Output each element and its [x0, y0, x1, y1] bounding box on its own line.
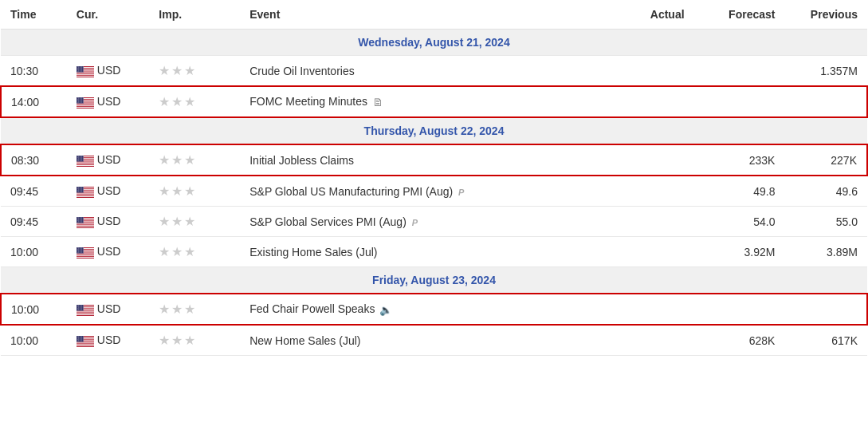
col-header-previous: Previous [784, 0, 867, 30]
table-row[interactable]: 10:00 ★★★★★★★★★★★★★★★★★★★★★★★★★★★★★★★★ U… [1, 325, 867, 356]
section-header-row: Wednesday, August 21, 2024 [1, 30, 867, 56]
event-actual [619, 56, 693, 87]
event-importance: ★★★ [149, 294, 240, 325]
table-row[interactable]: 09:45 ★★★★★★★★★★★★★★★★★★★★★★★★★★★★★★★★ U… [1, 176, 867, 207]
svg-rect-205 [77, 255, 94, 255]
svg-rect-6 [77, 75, 94, 76]
table-row[interactable]: 10:00 ★★★★★★★★★★★★★★★★★★★★★★★★★★★★★★★★ U… [1, 237, 867, 267]
svg-text:★: ★ [83, 191, 84, 191]
svg-rect-86 [77, 164, 94, 165]
svg-rect-4 [77, 72, 94, 73]
event-currency: ★★★★★★★★★★★★★★★★★★★★★★★★★★★★★★★★ USD [67, 294, 150, 325]
currency-code: USD [97, 95, 121, 108]
importance-star: ★ [184, 302, 195, 317]
preliminary-badge: P [412, 218, 418, 227]
importance-star: ★ [184, 244, 195, 259]
svg-rect-204 [77, 253, 94, 254]
svg-rect-285 [77, 343, 94, 344]
event-currency: ★★★★★★★★★★★★★★★★★★★★★★★★★★★★★★★★ USD [67, 176, 150, 207]
event-name: Existing Home Sales (Jul) [240, 237, 619, 267]
importance-star: ★ [159, 152, 170, 168]
section-date: Thursday, August 22, 2024 [1, 117, 867, 144]
speaker-icon: 🔈 [379, 304, 392, 316]
svg-rect-165 [77, 224, 94, 225]
event-name: Initial Jobless Claims [240, 144, 619, 176]
section-header-row: Friday, August 23, 2024 [1, 267, 867, 294]
importance-star: ★ [171, 152, 183, 168]
svg-text:★: ★ [83, 309, 84, 310]
currency-code: USD [97, 334, 121, 346]
currency-code: USD [97, 153, 121, 166]
event-actual [619, 294, 693, 325]
importance-star: ★ [171, 184, 183, 199]
event-previous: 1.357M [784, 56, 867, 87]
svg-rect-125 [77, 194, 94, 195]
importance-star: ★ [159, 244, 170, 259]
importance-star: ★ [159, 63, 170, 78]
col-header-time: Time [1, 0, 67, 30]
event-time: 10:00 [1, 294, 67, 325]
event-importance: ★★★ [149, 56, 240, 87]
col-header-cur: Cur. [67, 0, 150, 30]
svg-text:★: ★ [83, 160, 84, 160]
event-forecast: 3.92M [694, 237, 785, 267]
event-name: New Home Sales (Jul) [240, 325, 619, 356]
currency-code: USD [97, 302, 121, 315]
importance-star: ★ [171, 333, 183, 348]
event-name: Crude Oil Inventories [240, 56, 619, 87]
svg-rect-85 [77, 163, 94, 164]
section-date: Friday, August 23, 2024 [1, 267, 867, 294]
event-name: S&P Global US Manufacturing PMI (Aug) P [240, 176, 619, 207]
importance-star: ★ [171, 244, 183, 259]
event-forecast: 49.8 [694, 176, 785, 207]
importance-star: ★ [171, 63, 183, 78]
event-name: FOMC Meeting Minutes🗎 [240, 86, 619, 117]
event-currency: ★★★★★★★★★★★★★★★★★★★★★★★★★★★★★★★★ USD [67, 86, 150, 117]
event-forecast [694, 294, 785, 325]
importance-star: ★ [171, 94, 183, 109]
svg-text:★: ★ [83, 101, 84, 102]
event-previous [784, 294, 867, 325]
importance-star: ★ [159, 214, 170, 229]
currency-code: USD [97, 215, 121, 227]
importance-star: ★ [171, 214, 183, 229]
table-row[interactable]: 10:30 ★★★★★★★★★★★★★★★★★★★★★★★★★★★★★★★★ U… [1, 56, 867, 87]
svg-rect-124 [77, 192, 94, 193]
table-row[interactable]: 10:00 ★★★★★★★★★★★★★★★★★★★★★★★★★★★★★★★★ U… [1, 294, 867, 325]
event-forecast [694, 86, 785, 117]
importance-star: ★ [171, 302, 183, 317]
importance-star: ★ [159, 333, 170, 348]
svg-rect-244 [77, 310, 94, 311]
col-header-imp: Imp. [149, 0, 240, 30]
event-time: 09:45 [1, 176, 67, 207]
event-time: 09:45 [1, 207, 67, 237]
svg-text:★: ★ [83, 340, 84, 341]
importance-star: ★ [184, 94, 195, 109]
event-actual [619, 325, 693, 356]
event-importance: ★★★ [149, 207, 240, 237]
svg-rect-245 [77, 312, 94, 313]
event-importance: ★★★ [149, 144, 240, 176]
event-time: 14:00 [1, 86, 67, 117]
event-forecast [694, 56, 785, 87]
svg-rect-126 [77, 195, 94, 196]
event-actual [619, 237, 693, 267]
table-row[interactable]: 08:30 ★★★★★★★★★★★★★★★★★★★★★★★★★★★★★★★★ U… [1, 144, 867, 176]
importance-star: ★ [184, 152, 195, 168]
col-header-forecast: Forecast [694, 0, 785, 30]
event-name: Fed Chair Powell Speaks🔈 [240, 294, 619, 325]
svg-rect-286 [77, 345, 94, 345]
event-previous: 227K [784, 144, 867, 176]
importance-star: ★ [184, 63, 195, 78]
table-row[interactable]: 09:45 ★★★★★★★★★★★★★★★★★★★★★★★★★★★★★★★★ U… [1, 207, 867, 237]
importance-star: ★ [184, 214, 195, 229]
event-previous [784, 86, 867, 117]
event-forecast: 628K [694, 325, 785, 356]
importance-star: ★ [184, 184, 195, 199]
preliminary-badge: P [458, 187, 464, 197]
event-actual [619, 207, 693, 237]
event-previous: 3.89M [784, 237, 867, 267]
table-row[interactable]: 14:00 ★★★★★★★★★★★★★★★★★★★★★★★★★★★★★★★★ U… [1, 86, 867, 117]
document-icon: 🗎 [372, 96, 383, 109]
event-previous: 49.6 [784, 176, 867, 207]
